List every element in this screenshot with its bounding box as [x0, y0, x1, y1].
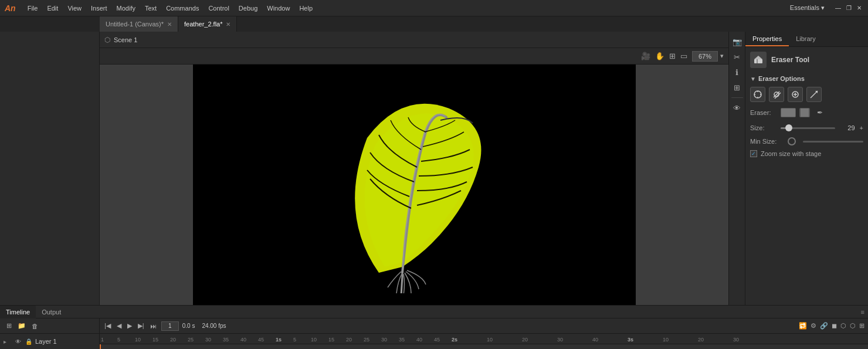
- timeline-right-panel: |◀ ◀ ▶ ▶| ⏭ 1 0.0 s 24.00 fps 🔁 ⚙ 🔗 ◼ ⬡ …: [100, 318, 868, 349]
- restore-button[interactable]: ❐: [845, 4, 853, 12]
- eraser-icon-svg: [753, 55, 764, 65]
- zoom-checkbox[interactable]: ✓: [750, 150, 757, 157]
- size-slider[interactable]: [781, 127, 835, 129]
- section-arrow-icon: ▼: [750, 76, 756, 82]
- pb-next-frame-btn[interactable]: ▶|: [137, 322, 145, 330]
- ruler-mark-3s30: 30: [733, 337, 739, 343]
- size-label: Size:: [750, 124, 777, 131]
- menu-debug[interactable]: Debug: [234, 4, 262, 13]
- minsize-slider[interactable]: [803, 141, 863, 143]
- size-slider-thumb[interactable]: [785, 124, 792, 131]
- svg-rect-1: [757, 59, 758, 63]
- tool-header: Eraser Tool: [750, 52, 863, 68]
- eraser-shape-square-btn[interactable]: [799, 108, 810, 117]
- ruler-mark-1s: 1s: [276, 337, 282, 343]
- ruler-mark-1s5: 5: [293, 337, 296, 343]
- hand-tool-icon[interactable]: ✋: [655, 52, 664, 60]
- ruler-mark-20: 20: [170, 337, 176, 343]
- camera-tool-icon[interactable]: 📷: [731, 35, 744, 48]
- tab-library[interactable]: Library: [789, 32, 823, 46]
- playhead[interactable]: [100, 344, 101, 349]
- pb-play-btn[interactable]: ▶: [126, 322, 133, 330]
- close-button[interactable]: ✕: [855, 4, 863, 12]
- stage-icon[interactable]: ▭: [680, 52, 687, 60]
- eraser-shape-pen-btn[interactable]: ✒: [813, 108, 826, 117]
- transform-tool-icon[interactable]: ✂: [731, 50, 744, 63]
- pb-prev-frame-btn[interactable]: ◀: [116, 322, 123, 330]
- left-tool-panel: [0, 32, 100, 305]
- tab-output[interactable]: Output: [36, 306, 67, 318]
- eraser-shape-rect-btn[interactable]: [781, 108, 796, 117]
- timeline-expand-icon[interactable]: ≡: [857, 309, 868, 316]
- layer-expand-icon: ▸: [4, 338, 12, 345]
- eraser-label: Eraser:: [750, 109, 777, 116]
- menu-control[interactable]: Control: [204, 4, 233, 13]
- tl-new-layer-btn[interactable]: ⊞: [4, 321, 14, 331]
- eraser-options-header[interactable]: ▼ Eraser Options: [750, 75, 863, 82]
- tl-onion-btn[interactable]: ⬡: [840, 322, 846, 330]
- zoom-dropdown-icon[interactable]: ▾: [720, 52, 724, 60]
- tl-onion-outline-btn[interactable]: ⬡: [850, 322, 856, 330]
- tl-settings-btn[interactable]: ⚙: [811, 322, 816, 330]
- minsize-circle[interactable]: [788, 137, 796, 145]
- layer-visibility-icon[interactable]: 👁: [14, 337, 22, 345]
- menu-view[interactable]: View: [63, 4, 86, 13]
- size-add-button[interactable]: +: [860, 124, 863, 131]
- layer-row: ▸ 👁 🔒 Layer 1: [0, 335, 99, 348]
- camera-icon[interactable]: 🎥: [641, 52, 650, 60]
- eraser-mode-selected[interactable]: [788, 87, 803, 102]
- pb-next-keyframe-btn[interactable]: ⏭: [149, 323, 158, 330]
- menu-window[interactable]: Window: [262, 4, 294, 13]
- ruler-mark-1s25: 25: [364, 337, 369, 343]
- tab-timeline[interactable]: Timeline: [0, 306, 36, 318]
- feather-illustration: [314, 76, 514, 293]
- eye-tool-icon[interactable]: 👁: [731, 101, 744, 114]
- tl-loop-btn[interactable]: 🔁: [799, 322, 807, 330]
- ruler-mark-1: 1: [101, 337, 104, 343]
- layer-lock-icon[interactable]: 🔒: [25, 337, 33, 345]
- menu-commands[interactable]: Commands: [161, 4, 204, 13]
- essentials-button[interactable]: Essentials ▾: [785, 3, 829, 13]
- stage[interactable]: [100, 65, 728, 305]
- tl-folder-btn[interactable]: 📁: [16, 321, 27, 331]
- tl-snap-btn[interactable]: ◼: [832, 322, 837, 330]
- eraser-mode-normal[interactable]: [750, 87, 765, 102]
- tl-delete-btn[interactable]: 🗑: [29, 321, 40, 331]
- timeline-panel: Timeline Output ≡ ⊞ 📁 🗑 ▸ 👁 🔒 Layer 1: [0, 305, 868, 349]
- menu-help[interactable]: Help: [294, 4, 317, 13]
- size-slider-container[interactable]: [781, 123, 835, 133]
- grid-tool-icon[interactable]: ⊞: [731, 81, 744, 94]
- timeline-frames[interactable]: [100, 344, 868, 349]
- pb-prev-keyframe-btn[interactable]: |◀: [103, 322, 112, 330]
- canvas-area: ⬡ Scene 1 🎥 ✋ ⊞ ▭ ▾: [100, 32, 728, 305]
- menu-file[interactable]: File: [23, 4, 43, 13]
- zoom-input[interactable]: [692, 51, 718, 62]
- tab-untitled[interactable]: Untitled-1 (Canvas)* ✕: [100, 16, 178, 32]
- canvas-toolbar: 🎥 ✋ ⊞ ▭ ▾: [100, 48, 728, 65]
- window-controls: — ❐ ✕: [834, 4, 863, 12]
- sq-shape: [801, 109, 809, 117]
- grid-icon[interactable]: ⊞: [669, 52, 676, 60]
- ruler-mark-45: 45: [258, 337, 264, 343]
- menu-edit[interactable]: Edit: [42, 4, 63, 13]
- eraser-mode-line[interactable]: [806, 87, 822, 102]
- eraser-mode-fill[interactable]: [769, 87, 784, 102]
- pen-shape-icon: ✒: [817, 109, 823, 117]
- tl-expand-right-btn[interactable]: ⊞: [859, 322, 864, 330]
- ruler-mark-3s10: 10: [663, 337, 669, 343]
- tab-feather[interactable]: feather_2.fla* ✕: [178, 16, 237, 32]
- tl-sync-btn[interactable]: 🔗: [820, 322, 828, 330]
- ruler-mark-1s45: 45: [434, 337, 440, 343]
- minimize-button[interactable]: —: [834, 4, 842, 12]
- tab-feather-label: feather_2.fla*: [184, 21, 222, 28]
- tab-feather-close[interactable]: ✕: [226, 21, 230, 28]
- info-tool-icon[interactable]: ℹ: [731, 66, 744, 79]
- ruler-mark-5: 5: [117, 337, 120, 343]
- ruler-mark-1s15: 15: [328, 337, 334, 343]
- tab-untitled-close[interactable]: ✕: [167, 21, 172, 28]
- eraser-options-label: Eraser Options: [758, 75, 805, 82]
- tab-properties[interactable]: Properties: [745, 32, 789, 46]
- menu-modify[interactable]: Modify: [112, 4, 140, 13]
- menu-text[interactable]: Text: [140, 4, 161, 13]
- menu-insert[interactable]: Insert: [86, 4, 112, 13]
